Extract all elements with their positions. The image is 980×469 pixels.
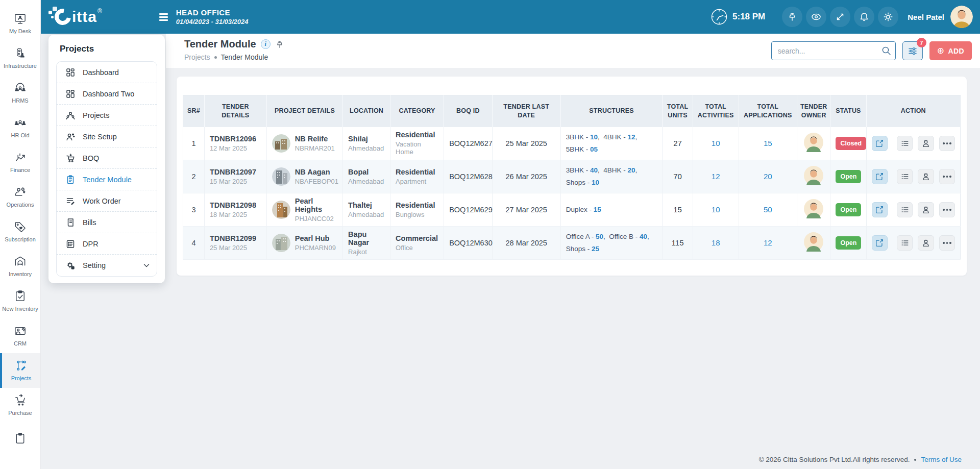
terms-of-use-link[interactable]: Terms of Use bbox=[921, 456, 962, 463]
activity-list-button[interactable] bbox=[897, 169, 913, 184]
total-activities-link[interactable]: 10 bbox=[712, 205, 720, 214]
menu-item-bills[interactable]: Bills bbox=[57, 212, 157, 233]
sidebar-item-projects[interactable]: Projects bbox=[0, 353, 40, 388]
sidebar-item-inventory[interactable]: Inventory bbox=[0, 249, 40, 284]
project-thumbnail bbox=[272, 234, 290, 252]
activity-list-button[interactable] bbox=[897, 235, 913, 251]
applicants-button[interactable] bbox=[918, 202, 934, 217]
sidebar-item-infrastructure[interactable]: Infrastructure bbox=[0, 41, 40, 76]
total-applications-link[interactable]: 50 bbox=[764, 205, 772, 214]
col-category: CATEGORY bbox=[390, 95, 444, 127]
menu-item-projects[interactable]: Projects bbox=[57, 105, 157, 126]
search-input[interactable] bbox=[771, 41, 896, 60]
menu-item-tender-module[interactable]: Tender Module bbox=[57, 169, 157, 190]
total-applications-link[interactable]: 12 bbox=[764, 238, 772, 247]
eye-icon[interactable] bbox=[806, 7, 826, 27]
owner-avatar bbox=[804, 133, 823, 152]
open-tender-button[interactable] bbox=[872, 235, 888, 251]
work-order-icon bbox=[65, 196, 76, 206]
applicants-button[interactable] bbox=[918, 169, 934, 184]
brand-name: itta bbox=[72, 7, 97, 27]
status-badge: Open bbox=[836, 236, 861, 250]
total-activities-link[interactable]: 10 bbox=[712, 139, 720, 147]
project-thumbnail bbox=[272, 201, 290, 219]
menu-item-boq[interactable]: BOQ bbox=[57, 147, 157, 169]
sr-number: 1 bbox=[191, 139, 195, 147]
more-actions-button[interactable] bbox=[939, 235, 955, 251]
sidebar-item-finance[interactable]: Finance bbox=[0, 145, 40, 180]
city: Ahmedabad bbox=[348, 211, 385, 218]
more-actions-button[interactable] bbox=[939, 169, 955, 184]
menu-toggle-icon[interactable] bbox=[159, 13, 168, 21]
location: Thaltej bbox=[348, 201, 385, 209]
applicants-button[interactable] bbox=[918, 136, 934, 151]
breadcrumb-parent[interactable]: Projects bbox=[184, 53, 210, 61]
panel-title: Projects bbox=[60, 44, 157, 54]
pin-page-icon[interactable] bbox=[275, 40, 284, 49]
hrms-icon bbox=[13, 81, 27, 95]
sidebar-item-hr-old[interactable]: HR Old bbox=[0, 110, 40, 145]
city: Ahmedabad bbox=[348, 178, 385, 185]
open-tender-button[interactable] bbox=[872, 136, 888, 151]
menu-item-dashboard[interactable]: Dashboard bbox=[57, 62, 157, 83]
sidebar-item-partial[interactable] bbox=[0, 423, 40, 457]
projects-icon bbox=[14, 359, 28, 373]
project-code: PHCMARN09 bbox=[295, 244, 336, 252]
col-action: ACTION bbox=[866, 95, 960, 127]
more-actions-button[interactable] bbox=[939, 202, 955, 217]
city: Ahmedabad bbox=[348, 144, 385, 152]
sidebar-item-subscription[interactable]: Subscription bbox=[0, 214, 40, 249]
gear-icon[interactable] bbox=[878, 7, 898, 27]
open-tender-button[interactable] bbox=[872, 169, 888, 184]
activity-list-button[interactable] bbox=[897, 202, 913, 217]
sidebar-item-hrms[interactable]: HRMS bbox=[0, 76, 40, 110]
table-row: 1 TDNBR12096 12 Mar 2025 NB Relife NBRMA… bbox=[183, 127, 961, 160]
add-button[interactable]: ⊕ ADD bbox=[929, 41, 972, 60]
copyright-text: © 2026 Citta Solutions Pvt Ltd.All right… bbox=[759, 456, 910, 463]
info-icon[interactable] bbox=[261, 39, 271, 49]
sidebar-item-my-desk[interactable]: My Desk bbox=[0, 6, 40, 41]
sidebar-item-crm[interactable]: CRM bbox=[0, 318, 40, 353]
expand-icon[interactable] bbox=[830, 7, 850, 27]
applicants-button[interactable] bbox=[918, 235, 934, 251]
cart-icon bbox=[65, 153, 76, 163]
crm-icon bbox=[13, 324, 27, 338]
category: Commercial bbox=[396, 234, 438, 242]
sidebar-item-operations[interactable]: Operations bbox=[0, 180, 40, 214]
activity-list-button[interactable] bbox=[897, 136, 913, 151]
col-structures: STRUCTURES bbox=[560, 95, 663, 127]
main-content: Tender Module Projects Tender Module 7 ⊕ bbox=[41, 34, 980, 469]
open-tender-button[interactable] bbox=[872, 202, 888, 217]
location: Shilaj bbox=[348, 135, 385, 143]
category: Residential bbox=[396, 168, 438, 176]
dashboard-icon bbox=[65, 67, 76, 78]
finance-icon bbox=[13, 151, 27, 164]
total-applications-link[interactable]: 20 bbox=[764, 172, 772, 181]
menu-item-setting[interactable]: Setting bbox=[57, 255, 157, 276]
ellipsis-icon bbox=[943, 176, 951, 178]
sidebar-item-purchase[interactable]: Purchase bbox=[0, 388, 40, 423]
total-activities-link[interactable]: 18 bbox=[712, 238, 720, 247]
purchase-icon bbox=[13, 393, 27, 407]
filter-button[interactable]: 7 bbox=[902, 41, 923, 60]
subcategory: Apartment bbox=[396, 178, 438, 185]
subcategory: Bunglows bbox=[396, 211, 438, 218]
menu-item-dpr[interactable]: DPR bbox=[57, 233, 157, 255]
owner-avatar bbox=[804, 199, 823, 218]
subscription-icon bbox=[13, 220, 27, 234]
menu-item-work-order[interactable]: Work Order bbox=[57, 190, 157, 212]
menu-item-site-setup[interactable]: Site Setup bbox=[57, 126, 157, 147]
project-name: NB Aagan bbox=[295, 168, 338, 176]
total-applications-link[interactable]: 15 bbox=[764, 139, 772, 147]
bell-icon[interactable] bbox=[854, 7, 874, 27]
status-badge: Closed bbox=[836, 137, 866, 150]
city: Rajkot bbox=[348, 248, 385, 256]
more-actions-button[interactable] bbox=[939, 136, 955, 151]
sidebar-item-new-inventory[interactable]: New Inventory bbox=[0, 284, 40, 318]
office-block[interactable]: HEAD OFFICE 01/04/2023 - 31/03/2024 bbox=[176, 8, 249, 26]
menu-item-dashboard-two[interactable]: Dashboard Two bbox=[57, 83, 157, 105]
col-tender-last-date: TENDER LAST DATE bbox=[492, 95, 560, 127]
total-activities-link[interactable]: 12 bbox=[712, 172, 720, 181]
pin-icon[interactable] bbox=[782, 7, 802, 27]
user-avatar[interactable] bbox=[950, 6, 973, 28]
